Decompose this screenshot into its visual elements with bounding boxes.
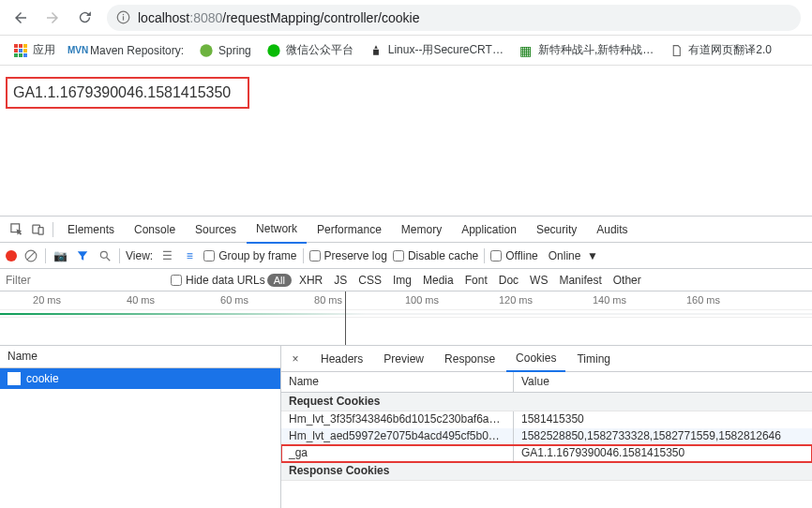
tab-application[interactable]: Application [452,217,526,243]
bookmark-apps[interactable]: 应用 [8,39,61,61]
forward-button[interactable] [39,5,66,31]
request-item[interactable]: cookie [0,368,280,389]
apps-icon [13,43,28,58]
filter-all[interactable]: All [267,274,292,287]
cookie-row[interactable]: Hm_lvt_aed59972e7075b4acd495cf5b000c257 … [281,428,812,445]
timeline-tick: 60 ms [188,291,281,309]
filter-img[interactable]: Img [387,271,417,290]
tab-preview[interactable]: Preview [374,347,433,371]
cookie-row[interactable]: Hm_lvt_3f35f343846b6d1015c230baf6ae88e4 … [281,411,812,428]
filter-js[interactable]: JS [328,271,353,290]
svg-rect-7 [38,228,43,235]
tab-elements[interactable]: Elements [58,217,124,243]
camera-icon[interactable]: 📷 [52,247,68,264]
filter-input[interactable] [0,271,171,290]
col-name[interactable]: Name [281,372,514,392]
view-label: View: [126,249,153,262]
close-detail-button[interactable]: × [287,351,304,367]
filter-manifest[interactable]: Manifest [553,271,607,290]
svg-point-4 [267,44,279,56]
info-icon[interactable] [116,10,130,24]
preserve-log-checkbox[interactable]: Preserve log [309,249,387,262]
group-by-frame-checkbox[interactable]: Group by frame [203,249,296,262]
file-icon [8,372,21,385]
list-view-icon[interactable]: ☰ [158,247,175,264]
request-name: cookie [26,372,59,385]
filter-other[interactable]: Other [608,271,647,290]
disable-cache-checkbox[interactable]: Disable cache [393,249,478,262]
timeline[interactable]: 20 ms 40 ms 60 ms 80 ms 100 ms 120 ms 14… [0,291,812,346]
cookie-row-ga[interactable]: _ga GA1.1.1679390046.1581415350 [281,445,812,462]
filter-media[interactable]: Media [417,271,459,290]
browser-toolbar: localhost:8080/requestMapping/controller… [0,0,812,36]
offline-checkbox[interactable]: Offline [490,249,537,262]
game-icon: ▦ [519,43,534,58]
tab-headers[interactable]: Headers [311,347,372,371]
tab-response[interactable]: Response [435,347,504,371]
bookmark-wechat[interactable]: 微信公众平台 [261,39,359,61]
back-button[interactable] [8,5,34,31]
request-detail: × Headers Preview Response Cookies Timin… [281,346,812,508]
timeline-tick: 40 ms [94,291,188,309]
svg-line-9 [27,251,35,259]
timeline-cursor [345,291,346,345]
maven-icon: MVN [70,43,85,58]
filter-icon[interactable] [74,247,91,264]
tab-network[interactable]: Network [247,216,307,244]
document-icon [669,43,684,58]
devtools: Elements Console Sources Network Perform… [0,216,812,508]
filter-font[interactable]: Font [459,271,493,290]
arrow-right-icon [44,9,61,26]
filter-xhr[interactable]: XHR [293,271,328,290]
linux-icon [368,43,383,58]
tab-audits[interactable]: Audits [587,217,637,243]
svg-point-10 [100,251,107,258]
tab-sources[interactable]: Sources [186,217,246,243]
bookmark-linux[interactable]: Linux--用SecureCRT… [363,39,509,61]
tab-memory[interactable]: Memory [392,217,451,243]
filter-ws[interactable]: WS [524,271,553,290]
request-list-header: Name [0,346,280,368]
timeline-tick: 100 ms [375,291,469,309]
hide-data-urls-checkbox[interactable]: Hide data URLs [171,274,265,287]
bookmark-xtz[interactable]: ▦ 新特种战斗,新特种战… [513,39,659,61]
svg-point-2 [123,14,125,16]
reload-icon [77,9,93,25]
detail-tabs: × Headers Preview Response Cookies Timin… [281,346,812,372]
request-list: Name cookie [0,346,281,508]
tab-security[interactable]: Security [527,217,586,243]
filter-bar: Hide data URLs All XHR JS CSS Img Media … [0,269,812,291]
svg-line-11 [107,257,111,261]
reload-button[interactable] [71,5,98,31]
tab-console[interactable]: Console [125,217,185,243]
col-value[interactable]: Value [514,372,812,392]
inspect-icon[interactable] [6,219,26,240]
bookmarks-bar: 应用 MVN Maven Repository: Spring 微信公众平台 L… [0,36,812,66]
record-button[interactable] [6,250,17,261]
bookmark-maven[interactable]: MVN Maven Repository: [65,40,189,61]
cookie-value-display: GA1.1.1679390046.1581415350 [6,77,249,109]
cookie-table: Name Value Request Cookies Hm_lvt_3f35f3… [281,372,812,508]
clear-icon[interactable] [23,247,39,264]
throttling-select[interactable]: Online ▼ [544,247,603,264]
filter-css[interactable]: CSS [353,271,387,290]
timeline-tick: 140 ms [563,291,656,309]
tab-timing[interactable]: Timing [567,347,620,371]
device-icon[interactable] [27,219,48,240]
bookmark-spring[interactable]: Spring [193,40,257,61]
spring-icon [199,43,214,58]
tab-performance[interactable]: Performance [308,217,391,243]
search-icon[interactable] [97,247,113,264]
timeline-tick: 20 ms [0,291,94,309]
cookie-table-header: Name Value [281,372,812,393]
bookmark-youdao[interactable]: 有道网页翻译2.0 [663,39,777,61]
waterfall-view-icon[interactable]: ≡ [181,247,198,264]
network-toolbar: 📷 View: ☰ ≡ Group by frame Preserve log … [0,243,812,269]
arrow-left-icon [12,9,29,26]
tab-cookies[interactable]: Cookies [506,346,565,372]
request-cookies-section: Request Cookies [281,393,812,411]
network-split: Name cookie × Headers Preview Response C… [0,346,812,508]
filter-doc[interactable]: Doc [493,271,524,290]
url-text: localhost:8080/requestMapping/controller… [138,10,419,25]
address-bar[interactable]: localhost:8080/requestMapping/controller… [107,5,801,31]
